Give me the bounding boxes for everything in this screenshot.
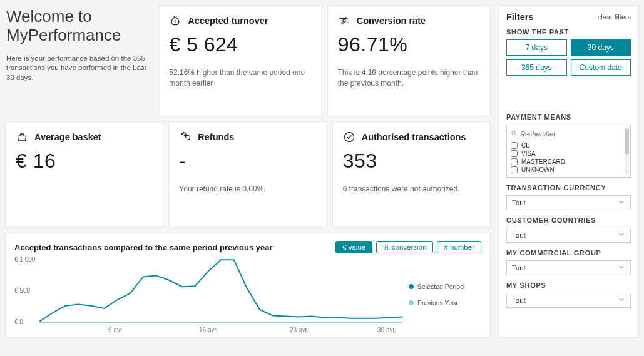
kpi-sub: 52.16% higher than the same period one m… (169, 68, 311, 89)
period-7days[interactable]: 7 days (506, 39, 567, 56)
search-icon (511, 128, 518, 140)
dot-icon (409, 300, 414, 305)
option-label: MASTERCARD (521, 158, 565, 165)
checkbox[interactable] (511, 158, 518, 165)
svg-point-3 (183, 133, 185, 134)
filters-title: Filters (506, 12, 534, 22)
kpi-accepted-turnover: € Accepted turnover € 5 624 52.16% highe… (158, 5, 322, 116)
svg-point-5 (512, 131, 516, 135)
y-tick: € 500 (14, 287, 30, 294)
select-value: Tout (512, 231, 526, 239)
kpi-title: Conversion rate (357, 16, 426, 26)
kpi-title: Average basket (34, 132, 101, 142)
page-title: Welcome to MyPerformance (6, 8, 148, 45)
refund-icon (179, 131, 192, 143)
chart-title: Accepted transactions compared to the sa… (14, 243, 273, 252)
option-label: VISA (521, 150, 536, 157)
conversion-icon (338, 14, 350, 27)
chart-svg (39, 257, 402, 323)
commercial-group-select[interactable]: Tout (506, 260, 631, 275)
kpi-value: € 5 624 (169, 33, 311, 56)
x-tick: 23 avr. (290, 327, 309, 333)
section-countries: CUSTOMER COUNTRIES (506, 216, 631, 224)
period-30days[interactable]: 30 days (571, 39, 631, 56)
kpi-title: Authorised transactions (362, 132, 466, 142)
clear-filters-link[interactable]: clear filters (598, 13, 631, 21)
period-365days[interactable]: 365 days (506, 59, 567, 76)
period-custom[interactable]: Custom date (571, 59, 631, 76)
payment-means-option[interactable]: MASTERCARD (511, 158, 626, 165)
legend-previous: Previous Year (409, 299, 464, 307)
legend-selected: Selected Period (409, 283, 464, 290)
kpi-conversion-rate: Conversion rate 96.71% This is 4.16 perc… (327, 5, 491, 116)
chart-tabs: € value % conversion # number (335, 241, 481, 253)
svg-text:€: € (175, 19, 177, 23)
kpi-refunds: Refunds - Your refund rate is 0.00%. (168, 121, 327, 228)
select-value: Tout (512, 264, 526, 272)
kpi-value: 353 (343, 150, 480, 173)
period-buttons: 7 days 30 days 365 days Custom date (506, 39, 631, 76)
basket-icon (16, 131, 28, 143)
title-line2: MyPerformance (6, 26, 121, 44)
payment-means-option[interactable]: CB (511, 142, 626, 149)
payment-means-option[interactable]: UNKNOWN (511, 166, 626, 173)
welcome-subtitle: Here is your performance based on the 36… (6, 54, 148, 83)
kpi-average-basket: Average basket € 16 (5, 121, 163, 228)
payment-means-box: CBVISAMASTERCARDUNKNOWN (506, 125, 631, 178)
svg-point-1 (343, 19, 345, 22)
section-currency: TRANSACTION CURRENCY (506, 184, 631, 191)
section-payment-means: PAYMENT MEANS (506, 113, 631, 121)
x-tick: 30 avr. (377, 327, 396, 333)
section-commercial-group: MY COMMERCIAL GROUP (506, 249, 631, 257)
kpi-value: - (179, 150, 316, 173)
scrollbar[interactable] (625, 128, 629, 175)
kpi-authorised-transactions: Authorised transactions 353 6 transactio… (332, 121, 491, 228)
svg-point-4 (344, 133, 354, 142)
check-circle-icon (343, 131, 355, 143)
welcome-panel: Welcome to MyPerformance Here is your pe… (5, 5, 153, 116)
x-tick: 9 avr. (108, 327, 123, 333)
section-shops: MY SHOPS (506, 282, 631, 289)
dot-icon (409, 284, 414, 289)
kpi-sub: This is 4.16 percentage points higher th… (338, 68, 480, 89)
chart-area: € 1 000 € 500 € 0 9 avr. 16 avr. 23 avr.… (14, 257, 402, 332)
y-tick: € 1 000 (14, 256, 35, 263)
section-show-past: SHOW THE PAST (506, 28, 631, 36)
kpi-sub: Your refund rate is 0.00%. (179, 184, 316, 195)
select-value: Tout (512, 297, 526, 304)
kpi-value: 96.71% (338, 33, 480, 56)
option-label: UNKNOWN (521, 166, 555, 173)
tab-conversion[interactable]: % conversion (376, 241, 433, 253)
countries-select[interactable]: Tout (506, 228, 631, 243)
payment-means-search[interactable] (520, 130, 626, 138)
filters-panel: Filters clear filters SHOW THE PAST 7 da… (498, 5, 639, 338)
tab-value[interactable]: € value (335, 241, 372, 253)
payment-means-list: CBVISAMASTERCARDUNKNOWN (511, 142, 626, 173)
shops-select[interactable]: Tout (506, 293, 631, 308)
kpi-title: Refunds (198, 132, 234, 142)
y-tick: € 0 (14, 318, 23, 325)
currency-select[interactable]: Tout (506, 195, 631, 210)
chart-legend: Selected Period Previous Year (402, 257, 464, 332)
option-label: CB (521, 142, 530, 149)
kpi-title: Accepted turnover (188, 16, 268, 26)
chevron-down-icon (618, 296, 625, 305)
kpi-value: € 16 (16, 150, 153, 173)
chevron-down-icon (618, 198, 625, 207)
title-line1: Welcome to (6, 7, 92, 26)
tab-number[interactable]: # number (437, 241, 481, 253)
checkbox[interactable] (511, 166, 518, 173)
checkbox[interactable] (511, 142, 518, 149)
payment-means-option[interactable]: VISA (511, 150, 626, 157)
checkbox[interactable] (511, 150, 518, 157)
chevron-down-icon (618, 231, 625, 240)
kpi-sub: 6 transactions were not authorized. (343, 184, 480, 195)
svg-point-2 (181, 133, 183, 135)
x-tick: 16 avr. (199, 327, 218, 333)
chevron-down-icon (618, 263, 625, 272)
money-bag-icon: € (169, 14, 181, 27)
select-value: Tout (512, 199, 526, 206)
chart-panel: Accepted transactions compared to the sa… (5, 233, 491, 338)
